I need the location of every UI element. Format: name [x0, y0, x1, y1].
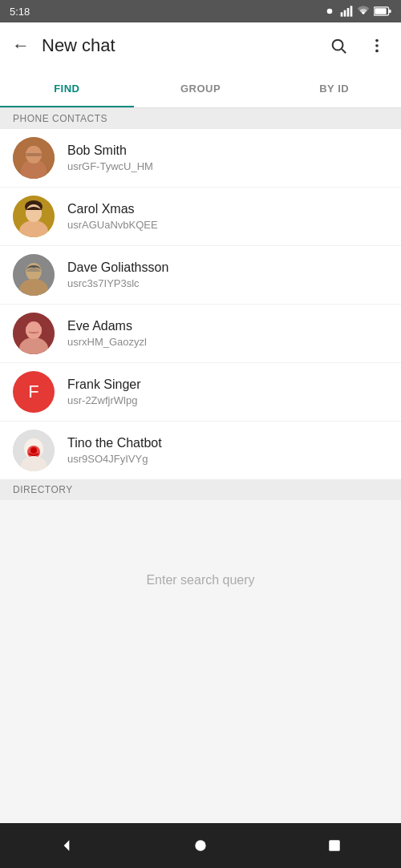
- contact-item-dave[interactable]: Dave Goliathsson usrc3s7IYP3slc: [0, 246, 401, 305]
- contact-info-dave: Dave Goliathsson usrc3s7IYP3slc: [67, 260, 388, 289]
- svg-rect-6: [375, 8, 386, 14]
- wifi-icon: [357, 5, 370, 18]
- svg-point-12: [375, 50, 379, 53]
- contact-info-bob: Bob Smith usrGF-TywcU_HM: [67, 143, 388, 172]
- avatar-eve: [13, 313, 55, 354]
- bottom-nav-bar: [0, 823, 401, 868]
- avatar-carol: [13, 196, 55, 237]
- signal-icon: [340, 5, 353, 18]
- content-spacer: [0, 660, 401, 823]
- svg-point-8: [333, 40, 343, 50]
- contact-name-frank: Frank Singer: [67, 377, 388, 392]
- more-icon: [368, 37, 386, 55]
- back-nav-icon: [59, 838, 75, 854]
- time-display: 5:18: [10, 6, 30, 18]
- svg-rect-2: [344, 10, 346, 17]
- svg-marker-37: [64, 840, 70, 850]
- notification-icon: [323, 5, 336, 18]
- contact-info-eve: Eve Adams usrxHM_Gaozyzl: [67, 319, 388, 348]
- contact-info-frank: Frank Singer usr-2ZwfjrWlpg: [67, 377, 388, 406]
- search-button[interactable]: [321, 28, 356, 63]
- battery-icon: [374, 6, 391, 16]
- contact-id-bob: usrGF-TywcU_HM: [67, 160, 388, 172]
- status-icons: [323, 5, 391, 18]
- svg-rect-3: [347, 8, 350, 17]
- contact-id-dave: usrc3s7IYP3slc: [67, 277, 388, 289]
- back-button[interactable]: ←: [3, 28, 38, 63]
- svg-rect-39: [329, 840, 340, 851]
- recent-nav-icon: [327, 838, 342, 853]
- svg-point-36: [30, 447, 37, 454]
- svg-rect-17: [26, 153, 42, 156]
- phone-contacts-header: PHONE CONTACTS: [0, 108, 401, 129]
- directory-header: DIRECTORY: [0, 479, 401, 500]
- tab-by-id[interactable]: BY ID: [267, 69, 401, 107]
- nav-recent-button[interactable]: [310, 830, 358, 862]
- contact-id-eve: usrxHM_Gaozyzl: [67, 336, 388, 348]
- tab-group[interactable]: GROUP: [134, 69, 268, 107]
- nav-home-button[interactable]: [176, 830, 225, 862]
- avatar-dave: [13, 254, 55, 296]
- nav-back-button[interactable]: [43, 830, 91, 862]
- directory-search-area: Enter search query: [0, 500, 401, 660]
- contact-item-frank[interactable]: F Frank Singer usr-2ZwfjrWlpg: [0, 363, 401, 422]
- svg-rect-4: [350, 6, 353, 16]
- avatar-tino: [13, 430, 55, 471]
- directory-placeholder-text: Enter search query: [146, 573, 254, 587]
- status-bar: 5:18: [0, 0, 401, 22]
- contact-item-bob[interactable]: Bob Smith usrGF-TywcU_HM: [0, 129, 401, 188]
- contact-id-tino: usr9SO4JFyIVYg: [67, 453, 388, 465]
- svg-line-9: [342, 49, 346, 53]
- svg-rect-1: [341, 12, 343, 16]
- app-header: ← New chat: [0, 22, 401, 69]
- contact-id-frank: usr-2ZwfjrWlpg: [67, 394, 388, 406]
- svg-point-38: [195, 840, 205, 850]
- contact-name-bob: Bob Smith: [67, 143, 388, 158]
- header-actions: [321, 28, 395, 63]
- contact-name-carol: Carol Xmas: [67, 202, 388, 216]
- contact-name-tino: Tino the Chatbot: [67, 436, 388, 450]
- status-time: 5:18: [10, 6, 30, 18]
- contact-name-eve: Eve Adams: [67, 319, 388, 333]
- svg-point-11: [375, 44, 379, 47]
- page-title: New chat: [42, 35, 321, 56]
- svg-rect-7: [389, 10, 391, 13]
- contact-list: Bob Smith usrGF-TywcU_HM Carol Xmas usrA…: [0, 129, 401, 479]
- contact-id-carol: usrAGUaNvbKQEE: [67, 219, 388, 231]
- svg-point-10: [375, 39, 379, 42]
- svg-point-0: [327, 9, 333, 14]
- more-options-button[interactable]: [359, 28, 395, 63]
- avatar-bob: [13, 137, 55, 179]
- contact-item-tino[interactable]: Tino the Chatbot usr9SO4JFyIVYg: [0, 422, 401, 479]
- contact-info-carol: Carol Xmas usrAGUaNvbKQEE: [67, 202, 388, 231]
- contact-info-tino: Tino the Chatbot usr9SO4JFyIVYg: [67, 436, 388, 465]
- contact-name-dave: Dave Goliathsson: [67, 260, 388, 275]
- contact-item-carol[interactable]: Carol Xmas usrAGUaNvbKQEE: [0, 188, 401, 246]
- svg-point-29: [26, 321, 42, 339]
- tab-find[interactable]: FIND: [0, 69, 134, 107]
- contact-item-eve[interactable]: Eve Adams usrxHM_Gaozyzl: [0, 305, 401, 363]
- home-nav-icon: [192, 838, 209, 854]
- avatar-frank: F: [13, 371, 55, 413]
- search-icon: [330, 37, 347, 55]
- tab-bar: FIND GROUP BY ID: [0, 69, 401, 108]
